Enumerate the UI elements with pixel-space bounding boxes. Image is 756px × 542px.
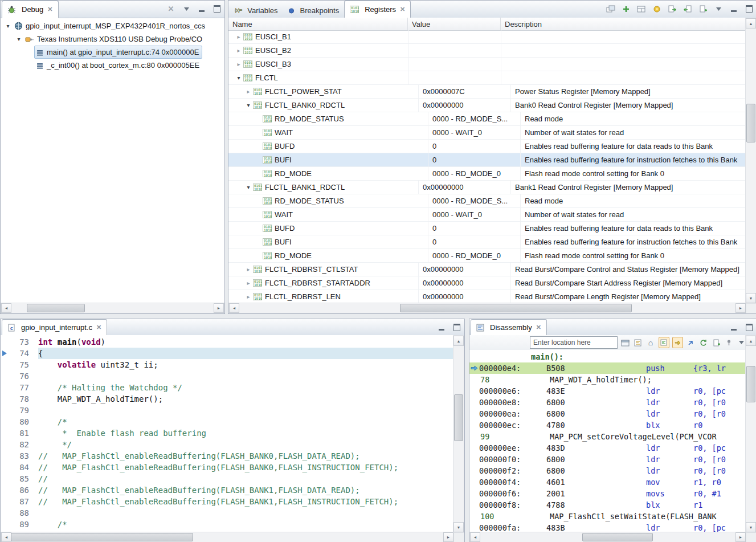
code-line[interactable]: // MAP_FlashCtl_enableReadBuffering(FLAS… [38,496,454,507]
navigate-to-pc-icon[interactable] [686,337,696,348]
close-icon[interactable]: ✕ [536,324,541,331]
scroll-right-icon[interactable]: ► [214,303,224,313]
tab-debug[interactable]: Debug ✕ [2,1,59,18]
registers-hscrollbar[interactable]: ◄ ► [228,303,746,313]
disasm-line[interactable]: 000000f8:4788blxr1 [469,499,746,511]
register-row[interactable]: 01011010BUFD0Enables read buffering feat… [228,222,746,235]
register-row[interactable]: 01011010BUFI0Enables read buffering feat… [228,235,746,249]
minimize-icon[interactable] [729,323,739,333]
column-header-description[interactable]: Description [501,18,746,30]
scroll-down-icon[interactable]: ▼ [746,522,756,532]
register-row[interactable]: 01011010BUFI0Enables read buffering feat… [228,153,746,167]
disassembly-vscrollbar[interactable]: ▲ ▼ [745,335,756,533]
show-opcodes-icon[interactable] [633,337,643,348]
disasm-line[interactable]: 000000ee:483Dldrr0, [pc [469,442,746,454]
code-line[interactable]: * Enable flash read buffering [38,427,454,439]
maximize-icon[interactable] [744,4,754,14]
layered-view-icon[interactable] [606,4,616,14]
register-row[interactable]: ▾01011010FLCTL [228,71,746,85]
maximize-icon[interactable] [212,4,222,14]
close-icon[interactable]: ✕ [400,6,405,13]
new-register-view-icon[interactable] [698,4,708,14]
register-row[interactable]: 01011010RD_MODE0000 - RD_MODE_0Flash rea… [228,249,746,263]
code-line[interactable]: /* [38,416,454,427]
disasm-line[interactable]: 000000f4:4601movr1, r0 [469,476,746,488]
scroll-up-icon[interactable]: ▲ [453,336,464,346]
location-input[interactable] [530,336,618,349]
maximize-icon[interactable] [452,323,462,333]
disasm-line[interactable]: 99MAP_PCM_setCoreVoltageLevel(PCM_VCOR [469,431,746,442]
register-row[interactable]: ▸01011010FLCTL_RDBRST_LEN0x00000000Read … [228,290,746,304]
minimize-icon[interactable] [436,323,447,333]
import-registers-icon[interactable] [683,4,693,14]
code-line[interactable] [38,370,454,382]
scroll-thumb[interactable] [746,366,755,402]
tree-expand-arrow[interactable]: ▸ [244,266,253,272]
code-line[interactable] [38,405,454,416]
code-line[interactable]: // MAP_FlashCtl_enableReadBuffering(FLAS… [38,484,454,496]
scroll-right-icon[interactable]: ► [735,303,746,313]
tree-expand-arrow[interactable]: ▾ [244,184,253,190]
tree-expand-arrow[interactable]: ▾ [244,102,253,108]
code-line[interactable]: { [38,348,454,359]
editor-code-area[interactable]: int main(void){ volatile uint32_t ii; /*… [34,335,454,533]
register-row[interactable]: 01011010BUFD0Enables read buffering feat… [228,140,746,153]
snapshot-icon[interactable] [652,4,662,14]
maximize-icon[interactable] [744,323,754,333]
disasm-line[interactable]: 000000e4:B508push{r3, lr [469,362,746,374]
register-row[interactable]: ▸01011010EUSCI_B1 [228,30,746,44]
code-line[interactable]: // [38,473,454,484]
code-line[interactable] [38,507,454,519]
debug-tree-item[interactable]: ▾Texas Instruments XDS110 USB Debug Prob… [1,32,224,46]
code-line[interactable]: MAP_WDT_A_holdTimer(); [38,393,454,405]
debug-tree-item[interactable]: main() at gpio_input_interrupt.c:74 0x00… [1,46,224,59]
disasm-line[interactable]: 78MAP_WDT_A_holdTimer(); [469,374,746,385]
tab-source-file[interactable]: c gpio_input_interrupt.c ✕ [2,319,107,336]
scroll-left-icon[interactable]: ◄ [1,532,11,542]
register-row[interactable]: ▸01011010FLCTL_POWER_STAT0x0000007CPower… [228,85,746,99]
tree-expand-arrow[interactable]: ▸ [244,88,253,95]
scroll-right-icon[interactable]: ► [735,532,746,542]
register-row[interactable]: ▸01011010FLCTL_RDBRST_CTLSTAT0x00000000R… [228,263,746,276]
tab-disassembly[interactable]: Disassembly ✕ [471,319,547,336]
tree-expand-arrow[interactable]: ▸ [234,34,243,40]
code-line[interactable]: // MAP_FlashCtl_enableReadBuffering(FLAS… [38,462,454,473]
add-register-group-icon[interactable] [621,4,631,14]
registers-vscrollbar[interactable]: ▲ ▼ [745,18,756,304]
disasm-line[interactable]: 000000e6:483Eldrr0, [pc [469,385,746,397]
export-registers-icon[interactable] [667,4,677,14]
code-line[interactable]: // MAP_FlashCtl_enableReadBuffering(FLAS… [38,450,454,462]
scroll-right-icon[interactable]: ► [443,532,453,542]
scroll-thumb[interactable] [400,304,632,312]
tab-variables[interactable]: (x)= Variables [230,3,283,18]
register-row[interactable]: 01011010WAIT0000 - WAIT_0Number of wait … [228,126,746,140]
remove-all-terminated-icon[interactable]: ✕ [166,4,176,14]
disasm-line[interactable]: 000000f6:2001movsr0, #1 [469,488,746,499]
disasm-line[interactable]: main(): [469,351,746,362]
register-row[interactable]: 01011010RD_MODE_STATUS0000 - RD_MODE_S..… [228,194,746,208]
register-row[interactable]: 01011010WAIT0000 - WAIT_0Number of wait … [228,208,746,222]
scroll-up-icon[interactable]: ▲ [746,336,756,346]
disasm-line[interactable]: 100MAP_FlashCtl_setWaitState(FLASH_BANK [469,511,746,522]
scroll-left-icon[interactable]: ◄ [470,532,480,542]
tree-expand-arrow[interactable]: ▾ [14,36,23,42]
disasm-line[interactable]: 000000f0:6800ldrr0, [r0 [469,454,746,465]
minimize-icon[interactable] [197,4,207,14]
code-line[interactable]: /* Halting the Watchdog */ [38,382,454,393]
window-layout-icon[interactable] [636,4,647,14]
tree-expand-arrow[interactable]: ▸ [244,280,253,286]
disasm-line[interactable]: 000000f2:6800ldrr0, [r0 [469,465,746,476]
tree-expand-arrow[interactable]: ▸ [234,61,243,67]
tab-registers[interactable]: 01011010 Registers ✕ [344,1,411,18]
disasm-line[interactable]: 000000e8:6800ldrr0, [r0 [469,397,746,408]
view-menu-icon[interactable] [713,4,724,14]
editor-hscrollbar[interactable]: ◄ ► [1,532,454,542]
minimize-icon[interactable] [729,4,739,14]
refresh-icon[interactable] [698,337,708,348]
tab-breakpoints[interactable]: Breakpoints [283,3,345,18]
new-tab-icon[interactable] [711,337,721,348]
disasm-line[interactable]: 000000ec:4780blxr0 [469,419,746,431]
scroll-thumb[interactable] [582,533,653,541]
debug-tree-item[interactable]: _c_int00() at boot_cortex_m.c:80 0x00000… [1,59,224,72]
editor-vscrollbar[interactable]: ▲ ▼ [453,335,464,533]
